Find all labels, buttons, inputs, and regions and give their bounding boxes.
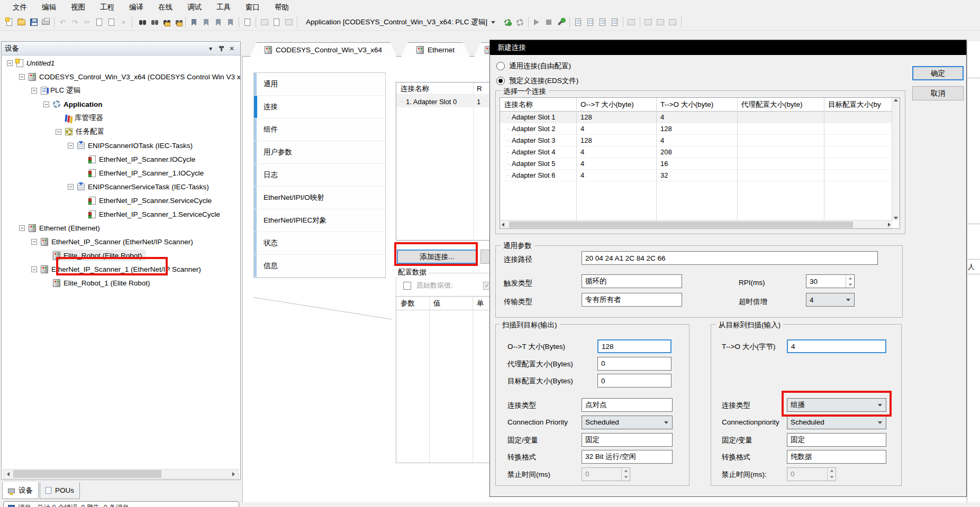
- adapter-slot-row[interactable]: ···Adapter Slot 24128: [500, 123, 892, 135]
- new-window-icon[interactable]: [271, 17, 282, 28]
- param-field[interactable]: 纯数据: [787, 450, 886, 464]
- expand-collapse-icon[interactable]: −: [19, 225, 25, 231]
- bookmark-next-icon[interactable]: [213, 17, 224, 28]
- tab-连接[interactable]: 连接: [254, 96, 385, 118]
- find-in-files-icon[interactable]: [159, 17, 170, 28]
- param-input[interactable]: 4: [787, 339, 886, 353]
- tree-item[interactable]: −ENIPScannerIOTask (IEC-Tasks): [2, 139, 240, 152]
- grid-dropdown-icon[interactable]: [259, 17, 270, 28]
- stop-icon[interactable]: [543, 17, 555, 28]
- document-tab[interactable]: Ethernet: [401, 42, 470, 57]
- table-hscrollbar[interactable]: [500, 220, 892, 228]
- tree-item[interactable]: Elite_Robot_1 (Elite Robot): [2, 276, 240, 290]
- tree-item[interactable]: EtherNet_IP_Scanner.ServiceCycle: [2, 193, 240, 207]
- tree-item[interactable]: EtherNet_IP_Scanner_1.IOCycle: [2, 166, 240, 180]
- tree-item[interactable]: −PLC 逻辑: [2, 84, 240, 97]
- close-icon[interactable]: ✕: [226, 44, 237, 53]
- tree-item[interactable]: −Untitled1: [2, 56, 240, 70]
- print-icon[interactable]: [40, 17, 51, 28]
- tab-通用[interactable]: 通用: [254, 73, 385, 96]
- menu-item[interactable]: 工程: [93, 1, 122, 14]
- expand-collapse-icon[interactable]: −: [31, 239, 37, 245]
- param-input[interactable]: 128: [597, 339, 672, 353]
- cut-icon[interactable]: ✂: [81, 17, 93, 28]
- expand-collapse-icon[interactable]: −: [7, 60, 13, 66]
- table-vscrollbar[interactable]: [892, 98, 900, 220]
- connection-list[interactable]: 连接名称 R ···· 1. Adapter Slot 0 1: [396, 82, 489, 241]
- param-field[interactable]: 0: [597, 374, 672, 388]
- paste-icon[interactable]: [106, 17, 117, 28]
- raw-data-checkbox[interactable]: [403, 282, 411, 290]
- adapter-slot-row[interactable]: ···Adapter Slot 11284: [500, 112, 892, 123]
- tab-组件[interactable]: 组件: [254, 118, 385, 141]
- transport-type-field[interactable]: 专有所有者: [582, 293, 682, 307]
- cancel-button[interactable]: 取消: [912, 86, 964, 100]
- step-out-icon[interactable]: [597, 17, 608, 28]
- expand-collapse-icon[interactable]: −: [68, 184, 74, 190]
- tree-item[interactable]: EtherNet_IP_Scanner_1.ServiceCycle: [2, 207, 240, 221]
- flow-bars-icon[interactable]: [655, 17, 666, 28]
- replace-in-files-icon[interactable]: [171, 17, 183, 28]
- active-application-selector[interactable]: Application [CODESYS_Control_Win_V3_x64:…: [303, 16, 498, 28]
- undo-icon[interactable]: ↶: [57, 17, 68, 28]
- param-field[interactable]: 固定: [787, 433, 886, 447]
- tree-item[interactable]: −ENIPScannerServiceTask (IEC-Tasks): [2, 180, 240, 193]
- expand-collapse-icon[interactable]: −: [56, 129, 61, 135]
- open-project-icon[interactable]: [16, 17, 27, 28]
- radio-option[interactable]: 通用连接(自由配置): [496, 61, 571, 71]
- device-tree-hscrollbar[interactable]: [3, 469, 239, 479]
- panel-tab-pous[interactable]: POUs: [40, 482, 80, 499]
- menu-item[interactable]: 工具: [209, 1, 238, 14]
- rpi-spinner[interactable]: 30: [806, 274, 855, 288]
- wrench-icon[interactable]: [556, 17, 567, 28]
- adapter-slot-row[interactable]: ···Adapter Slot 44208: [500, 146, 892, 158]
- new-file-icon[interactable]: [4, 17, 15, 28]
- bookmark-prev-icon[interactable]: [201, 17, 212, 28]
- adapter-slot-row[interactable]: ···Adapter Slot 31284: [500, 135, 892, 146]
- save-icon[interactable]: [28, 17, 39, 28]
- menu-item[interactable]: 视图: [63, 1, 93, 14]
- param-combo[interactable]: Scheduled: [787, 416, 886, 429]
- tab-信息[interactable]: 信息: [254, 255, 385, 278]
- pin-icon[interactable]: [216, 44, 226, 53]
- menu-item[interactable]: 调试: [180, 1, 209, 14]
- tab-EtherNet/IPIEC对象[interactable]: EtherNet/IPIEC对象: [254, 209, 385, 232]
- param-field[interactable]: 固定: [582, 433, 673, 447]
- expand-collapse-icon[interactable]: −: [31, 88, 37, 94]
- expand-collapse-icon[interactable]: −: [31, 266, 37, 272]
- tree-item[interactable]: −Application: [2, 97, 240, 111]
- tree-item[interactable]: −Ethernet (Ethernet): [2, 221, 240, 235]
- tab-状态[interactable]: 状态: [254, 232, 385, 255]
- bookmark-icon[interactable]: [188, 17, 199, 28]
- adapter-slot-row[interactable]: ···Adapter Slot 5416: [500, 158, 892, 170]
- delete-connection-button-partial[interactable]: [480, 250, 489, 264]
- delete-icon[interactable]: ×: [118, 17, 129, 28]
- tree-item[interactable]: −CODESYS_Control_Win_V3_x64 (CODESYS Con…: [2, 70, 240, 84]
- copy-icon[interactable]: [94, 17, 105, 28]
- param-combo[interactable]: Scheduled: [582, 416, 673, 429]
- tree-item[interactable]: −任务配置: [2, 125, 240, 139]
- reset-icon[interactable]: [667, 17, 678, 28]
- calendar-icon[interactable]: [283, 17, 294, 28]
- replace-icon[interactable]: [147, 17, 158, 28]
- copy-special-icon[interactable]: [242, 17, 253, 28]
- find-icon[interactable]: [135, 17, 146, 28]
- step-over-icon[interactable]: [573, 17, 584, 28]
- trigger-type-field[interactable]: 循环的: [582, 274, 682, 288]
- tree-item[interactable]: −EtherNet_IP_Scanner (EtherNet/IP Scanne…: [2, 235, 240, 248]
- ok-button[interactable]: 确定: [912, 66, 964, 80]
- tab-日志[interactable]: 日志: [254, 164, 385, 187]
- expand-collapse-icon[interactable]: −: [19, 74, 25, 80]
- flow-control-icon[interactable]: [643, 17, 654, 28]
- menu-item[interactable]: 编译: [122, 1, 151, 14]
- param-field[interactable]: 点对点: [582, 398, 673, 412]
- login-icon[interactable]: [502, 17, 513, 28]
- document-tab[interactable]: CODESYS_Control_Win_V3_x64: [250, 42, 397, 57]
- status-message[interactable]: 消息 - 总计 0 个错误, 0 警告, 0 条消息: [3, 501, 239, 507]
- param-field[interactable]: 0: [597, 357, 672, 371]
- step-into-icon[interactable]: [585, 17, 596, 28]
- panel-dropdown-icon[interactable]: ▾: [205, 44, 216, 53]
- menu-item[interactable]: 文件: [5, 1, 34, 14]
- tree-item[interactable]: 库管理器: [2, 111, 240, 125]
- dialog-titlebar[interactable]: 新建连接: [490, 40, 966, 55]
